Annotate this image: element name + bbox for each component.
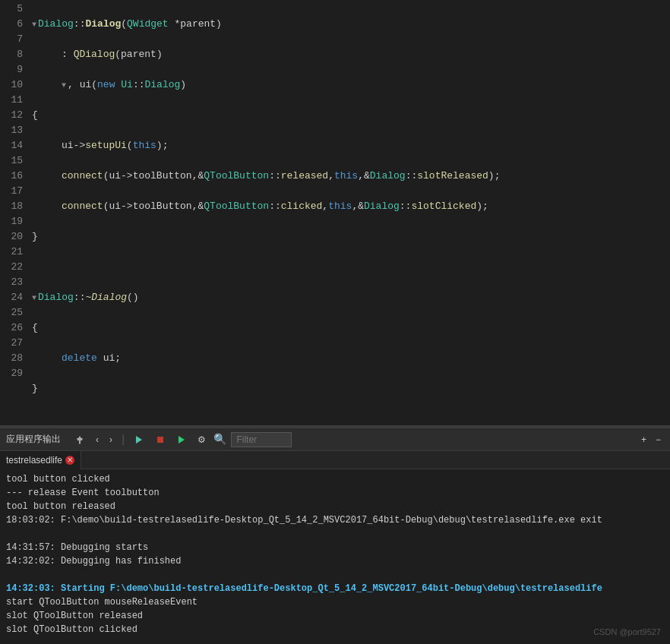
output-line-2: --- release Event toolbutton bbox=[6, 486, 664, 500]
output-content[interactable]: tool button clicked --- release Event to… bbox=[0, 469, 670, 644]
output-line-12: slot QToolButton clicked bbox=[6, 623, 664, 636]
output-line-6: 14:31:57: Debugging starts bbox=[6, 541, 664, 554]
output-tab-testrelasedlife[interactable]: testrelasedlife ✕ bbox=[0, 451, 81, 469]
prev-button[interactable]: ‹ bbox=[93, 433, 102, 447]
svg-rect-1 bbox=[157, 437, 163, 443]
toolbar-right-buttons: + − bbox=[638, 433, 664, 447]
output-line-3: tool button released bbox=[6, 500, 664, 513]
code-line-11: connect(ui->toolButton,&QToolButton::cli… bbox=[29, 199, 670, 214]
pin-button[interactable] bbox=[71, 433, 88, 447]
code-line-16: delete ui; bbox=[29, 351, 670, 366]
toolbar-sep1: | bbox=[120, 434, 126, 446]
code-line-14: ▼Dialog::~Dialog() bbox=[29, 290, 670, 305]
tab-label: testrelasedlife bbox=[6, 455, 62, 466]
output-line-7: 14:32:02: Debugging has finished bbox=[6, 554, 664, 568]
code-line-10: connect(ui->toolButton,&QToolButton::rel… bbox=[29, 169, 670, 184]
output-panel: 应用程序输出 ‹ › | ⚙ bbox=[0, 428, 670, 644]
debug-button[interactable] bbox=[173, 433, 190, 447]
remove-tab-button[interactable]: − bbox=[653, 433, 664, 447]
output-panel-title: 应用程序输出 bbox=[6, 433, 61, 446]
settings-button[interactable]: ⚙ bbox=[194, 433, 209, 447]
code-line-18 bbox=[29, 412, 670, 425]
code-line-5: ▼Dialog::Dialog(QWidget *parent) bbox=[29, 17, 670, 32]
code-line-9: ui->setupUi(this); bbox=[29, 138, 670, 153]
output-line-11: slot QToolButton released bbox=[6, 609, 664, 623]
add-tab-button[interactable]: + bbox=[638, 433, 649, 447]
output-line-8 bbox=[6, 568, 664, 582]
output-line-9: 14:32:03: Starting F:\demo\build-testrel… bbox=[6, 582, 664, 595]
svg-marker-2 bbox=[179, 436, 185, 444]
code-line-13 bbox=[29, 260, 670, 275]
code-line-7: ▼, ui(new Ui::Dialog) bbox=[29, 77, 670, 93]
output-line-10: start QToolButton mouseReleaseEvent bbox=[6, 595, 664, 609]
code-line-12: } bbox=[29, 229, 670, 245]
code-line-15: { bbox=[29, 320, 670, 336]
output-line-4: 18:03:02: F:\demo\build-testrelasedlife-… bbox=[6, 513, 664, 527]
tab-close-icon[interactable]: ✕ bbox=[65, 456, 74, 465]
code-line-17: } bbox=[29, 381, 670, 396]
output-tabs: testrelasedlife ✕ bbox=[0, 451, 670, 469]
toolbar-sep2: 🔍 bbox=[213, 433, 226, 446]
run-button[interactable] bbox=[131, 433, 147, 447]
output-line-5 bbox=[6, 527, 664, 541]
code-line-8: { bbox=[29, 108, 670, 123]
watermark: CSDN @port9527 bbox=[593, 626, 661, 639]
editor-area: 5 6 7 8 9 10 11 12 13 14 15 16 17 18 19 … bbox=[0, 0, 670, 425]
line-numbers: 5 6 7 8 9 10 11 12 13 14 15 16 17 18 19 … bbox=[0, 0, 29, 425]
output-line-1: tool button clicked bbox=[6, 472, 664, 486]
code-line-6: : QDialog(parent) bbox=[29, 47, 670, 62]
next-button[interactable]: › bbox=[106, 433, 115, 447]
svg-marker-0 bbox=[136, 436, 142, 444]
output-toolbar: 应用程序输出 ‹ › | ⚙ bbox=[0, 428, 670, 451]
filter-input[interactable] bbox=[231, 432, 292, 447]
code-content[interactable]: ▼Dialog::Dialog(QWidget *parent) : QDial… bbox=[29, 0, 670, 425]
stop-button[interactable] bbox=[152, 433, 169, 447]
